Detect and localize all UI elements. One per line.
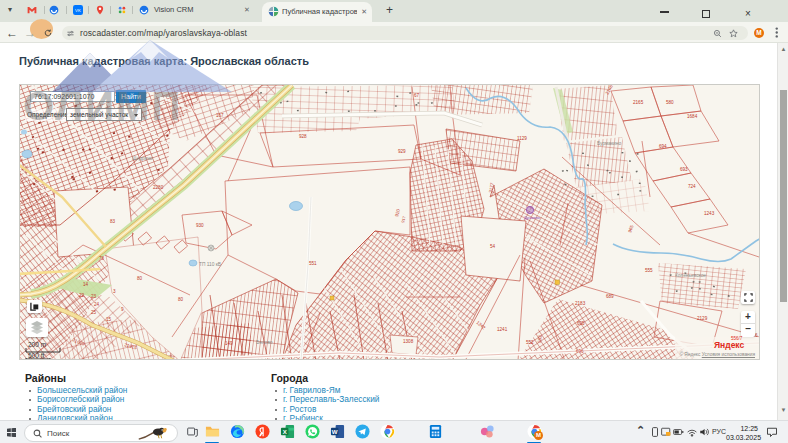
svg-text:917: 917: [400, 215, 407, 223]
svg-text:54: 54: [490, 244, 496, 249]
svg-text:555: 555: [645, 268, 653, 273]
svg-text:2183: 2183: [575, 301, 586, 306]
svg-text:1129: 1129: [517, 136, 527, 141]
svg-text:2129: 2129: [697, 316, 708, 321]
svg-text:695: 695: [577, 321, 585, 326]
svg-text:Дунаево: Дунаево: [524, 215, 541, 220]
svg-text:Бурмакино: Бурмакино: [597, 141, 621, 146]
svg-text:724: 724: [688, 184, 696, 189]
svg-text:ТП 110 кВ: ТП 110 кВ: [199, 262, 221, 267]
svg-text:693: 693: [680, 167, 688, 172]
svg-text:2165: 2165: [633, 100, 644, 105]
svg-text:1243: 1243: [704, 211, 715, 216]
svg-text:67: 67: [414, 93, 420, 98]
svg-text:VK: VK: [75, 7, 81, 12]
svg-text:X: X: [283, 428, 287, 435]
svg-text:1242: 1242: [475, 320, 486, 331]
svg-text:78: 78: [99, 256, 105, 261]
svg-text:Коленьевское: Коленьевское: [675, 273, 706, 278]
svg-text:W: W: [332, 428, 338, 435]
svg-text:580: 580: [666, 100, 674, 105]
svg-text:22: 22: [79, 293, 85, 298]
svg-text:167: 167: [216, 113, 224, 118]
svg-text:80: 80: [137, 276, 143, 281]
svg-text:149: 149: [225, 341, 233, 346]
svg-text:24: 24: [94, 302, 100, 307]
svg-text:928: 928: [299, 134, 307, 139]
svg-text:80: 80: [178, 297, 184, 302]
svg-text:3: 3: [113, 289, 116, 294]
svg-text:14: 14: [83, 282, 89, 287]
svg-text:553: 553: [537, 335, 543, 344]
svg-text:689: 689: [606, 294, 614, 299]
svg-text:1308: 1308: [403, 339, 414, 344]
svg-text:2280: 2280: [153, 185, 164, 190]
svg-text:552: 552: [526, 340, 534, 345]
svg-text:Щедрино: Щедрино: [132, 156, 153, 161]
svg-text:551: 551: [309, 261, 317, 266]
svg-text:Белово: Белово: [256, 340, 273, 345]
svg-text:694: 694: [659, 144, 667, 149]
svg-text:965: 965: [627, 224, 634, 233]
svg-text:15: 15: [106, 317, 112, 322]
svg-text:83: 83: [110, 219, 116, 224]
svg-text:1684: 1684: [687, 114, 698, 119]
svg-text:920: 920: [394, 208, 401, 217]
svg-text:929: 929: [398, 149, 406, 154]
svg-text:930: 930: [196, 223, 204, 228]
svg-text:23: 23: [91, 294, 97, 299]
svg-text:1241: 1241: [497, 327, 508, 332]
svg-text:25: 25: [91, 310, 97, 315]
svg-text:696: 696: [576, 349, 584, 354]
svg-text:9: 9: [121, 307, 124, 312]
